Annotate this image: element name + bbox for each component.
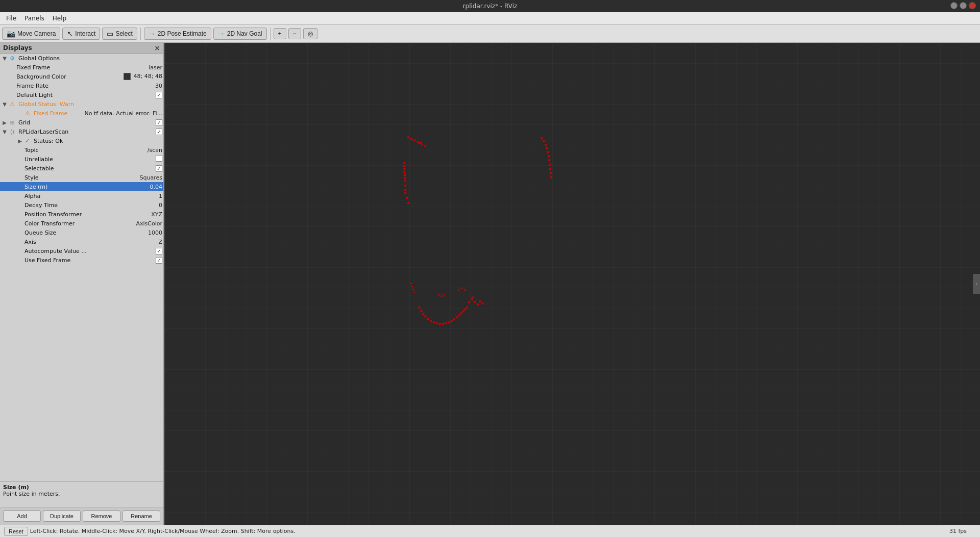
use-fixed-frame-checkbox[interactable] (156, 257, 162, 264)
rplidar-status-label: Status: Ok (33, 138, 162, 144)
unreliable-row[interactable]: Unreliable (0, 155, 163, 164)
style-row[interactable]: Style Squares (0, 173, 163, 182)
move-camera-button[interactable]: 📷 Move Camera (2, 28, 60, 40)
bg-color-row[interactable]: Background Color 48; 48; 48 (0, 72, 163, 81)
svg-rect-56 (468, 301, 470, 303)
use-fixed-frame-row[interactable]: Use Fixed Frame (0, 255, 163, 265)
remove-button[interactable]: Remove (83, 510, 120, 522)
grid-label: Grid (17, 119, 154, 126)
position-transformer-row[interactable]: Position Transformer XYZ (0, 210, 163, 219)
close-button[interactable] (969, 2, 976, 9)
rplidar-checkbox[interactable] (156, 129, 162, 135)
main-layout: Displays × ▼ ⚙ Global Options Fixed Fram… (0, 43, 980, 525)
decay-time-value: 0 (157, 202, 162, 209)
color-transformer-row[interactable]: Color Transformer AxisColor (0, 219, 163, 228)
svg-rect-38 (433, 321, 435, 323)
svg-rect-63 (438, 294, 440, 295)
bg-color-swatch (124, 73, 131, 80)
size-label: Size (m) (23, 184, 148, 190)
axis-label: Axis (23, 239, 156, 245)
svg-rect-21 (541, 137, 543, 139)
grid-checkbox[interactable] (156, 119, 162, 126)
viewport[interactable]: › (164, 43, 980, 525)
global-status-row[interactable]: ▼ ⚠ Global Status: Warn (0, 99, 163, 109)
default-light-checkbox[interactable] (156, 92, 162, 98)
menu-panels[interactable]: Panels (20, 14, 48, 23)
svg-rect-41 (442, 323, 444, 325)
style-label: Style (23, 174, 138, 181)
nav-goal-button[interactable]: → 2D Nav Goal (213, 28, 267, 40)
default-light-row[interactable]: Default Light (0, 90, 163, 99)
selectable-row[interactable]: Selectable (0, 164, 163, 173)
alpha-value: 1 (157, 193, 162, 199)
svg-rect-17 (407, 202, 409, 204)
queue-size-row[interactable]: Queue Size 1000 (0, 228, 163, 237)
toolbar: 📷 Move Camera ↖ Interact ▭ Select → 2D P… (0, 24, 980, 43)
svg-rect-26 (548, 155, 550, 157)
minimize-button[interactable] (950, 2, 958, 9)
plus-icon: + (278, 30, 282, 37)
displays-tree[interactable]: ▼ ⚙ Global Options Fixed Frame laser Bac… (0, 54, 163, 481)
grid-icon: ⊞ (8, 119, 16, 126)
global-options-icon: ⚙ (8, 55, 16, 62)
displays-close-button[interactable]: × (154, 44, 160, 52)
svg-rect-61 (479, 300, 481, 302)
svg-rect-7 (403, 165, 405, 167)
duplicate-button[interactable]: Duplicate (43, 510, 81, 522)
svg-rect-9 (403, 171, 405, 173)
global-status-fixed-frame-row[interactable]: ⚠ Fixed Frame No tf data. Actual error: … (0, 109, 163, 118)
rplidar-status-row[interactable]: ▶ ✓ Status: Ok (0, 136, 163, 145)
global-options-row[interactable]: ▼ ⚙ Global Options (0, 54, 163, 63)
displays-header: Displays × (0, 43, 163, 54)
default-light-label: Default Light (15, 92, 154, 98)
size-row[interactable]: Size (m) 0.04 (0, 182, 163, 191)
topic-value: /scan (145, 147, 162, 154)
color-transformer-value: AxisColor (134, 220, 162, 227)
bg-color-value: 48; 48; 48 (121, 73, 162, 80)
queue-size-label: Queue Size (23, 229, 146, 236)
svg-rect-67 (461, 288, 463, 289)
rplidar-row[interactable]: ▼ ⟨⟩ RPLidarLaserScan (0, 127, 163, 136)
add-button[interactable]: Add (3, 510, 41, 522)
svg-rect-42 (445, 322, 447, 324)
svg-rect-58 (472, 296, 474, 298)
viewport-right-handle[interactable]: › (973, 274, 980, 294)
target-icon: ◎ (308, 30, 313, 37)
rename-button[interactable]: Rename (122, 510, 160, 522)
goal-icon: → (218, 30, 225, 38)
svg-rect-11 (404, 177, 406, 179)
autocompute-checkbox[interactable] (156, 248, 162, 254)
interact-button[interactable]: ↖ Interact (62, 28, 100, 40)
selectable-checkbox[interactable] (156, 165, 162, 172)
menu-help[interactable]: Help (48, 14, 70, 23)
unreliable-checkbox-wrap (154, 155, 162, 163)
svg-rect-68 (464, 289, 465, 291)
svg-rect-13 (404, 185, 406, 187)
axis-row[interactable]: Axis Z (0, 237, 163, 246)
global-status-expand: ▼ (1, 101, 8, 107)
global-options-label: Global Options (17, 55, 162, 62)
maximize-button[interactable] (960, 2, 967, 9)
topic-row[interactable]: Topic /scan (0, 145, 163, 155)
fixed-frame-row[interactable]: Fixed Frame laser (0, 63, 163, 72)
alpha-row[interactable]: Alpha 1 (0, 191, 163, 200)
frame-rate-row[interactable]: Frame Rate 30 (0, 81, 163, 90)
select-button[interactable]: ▭ Select (102, 28, 137, 40)
reset-button[interactable]: Reset (4, 527, 28, 536)
svg-rect-8 (403, 168, 405, 170)
pose-estimate-button[interactable]: → 2D Pose Estimate (144, 28, 211, 40)
svg-rect-30 (550, 172, 552, 174)
grid-row[interactable]: ▶ ⊞ Grid (0, 118, 163, 127)
default-light-value (154, 92, 162, 98)
target-button[interactable]: ◎ (303, 28, 317, 39)
menu-file[interactable]: File (2, 14, 20, 23)
decay-time-row[interactable]: Decay Time 0 (0, 200, 163, 210)
status-fixed-frame-label: Fixed Frame (33, 110, 82, 117)
style-value: Squares (138, 174, 162, 181)
unreliable-checkbox[interactable] (156, 155, 162, 162)
svg-rect-2 (410, 138, 412, 140)
minus-button[interactable]: − (288, 28, 301, 39)
plus-button[interactable]: + (274, 28, 286, 39)
svg-rect-12 (404, 180, 406, 182)
autocompute-row[interactable]: Autocompute Value ... (0, 246, 163, 255)
